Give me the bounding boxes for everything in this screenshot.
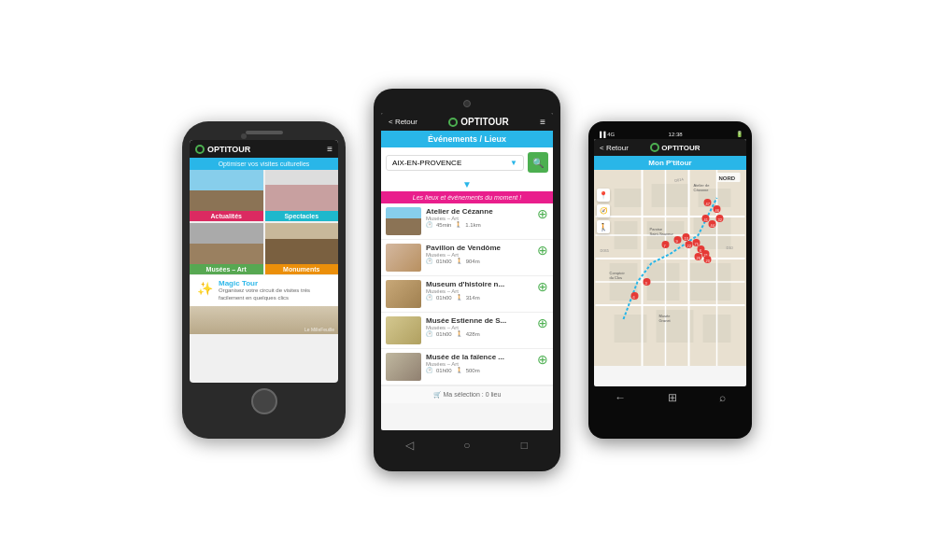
android-logo-circle-icon (448, 118, 458, 127)
thumb-vendome (386, 244, 421, 272)
walk-icon: 🚶 (455, 221, 461, 228)
thumb-faience (386, 353, 421, 381)
place-name: Atelier de Cézanne (426, 207, 532, 216)
list-info: Musée Estienne de S... Musées – Art 🕐 01… (426, 316, 532, 337)
android-home-nav[interactable]: ○ (458, 436, 476, 455)
iphone-device: OPTITOUR ≡ Optimiser vos visites culture… (182, 121, 346, 439)
win-windows-nav[interactable]: ⊞ (668, 391, 677, 404)
iphone-speaker (246, 131, 283, 134)
svg-rect-1 (615, 189, 643, 207)
android-places-list: Atelier de Cézanne Musées – Art 🕐 45min … (381, 203, 553, 385)
list-item[interactable]: Atelier de Cézanne Musées – Art 🕐 45min … (381, 203, 553, 240)
place-meta: 🕐 01h00 🚶 500m (426, 367, 532, 373)
duration: 01h00 (436, 259, 452, 264)
walk-icon: 🚶 (456, 258, 462, 264)
android-search-box[interactable]: AIX-EN-PROVENCE ▼ (386, 155, 524, 171)
android-promo-banner: Les lieux et événements du moment ! (381, 191, 553, 203)
distance: 314m (466, 295, 480, 301)
svg-text:41: 41 (704, 217, 709, 222)
svg-text:75: 75 (695, 242, 700, 246)
android-search-button[interactable]: 🔍 (528, 152, 548, 173)
android-screen: < Retour OPTITOUR ≡ Événements / Lieux A… (381, 113, 553, 430)
list-info: Museum d'histoire n... Musées – Art 🕐 01… (426, 280, 532, 301)
list-item[interactable]: Musée Estienne de S... Musées – Art 🕐 01… (381, 313, 553, 349)
android-apps-nav[interactable]: □ (515, 436, 533, 455)
svg-text:46: 46 (715, 208, 720, 213)
android-logo: OPTITOUR (448, 117, 508, 127)
win-search-nav[interactable]: ⌕ (719, 391, 726, 404)
grid-actualites[interactable]: Actualités (190, 170, 263, 221)
svg-text:10: 10 (685, 236, 689, 241)
iphone-home-button[interactable] (251, 388, 277, 414)
map-route-button[interactable]: 🧭 (597, 204, 610, 217)
clock-icon: 🕐 (426, 294, 432, 301)
list-item[interactable]: Museum d'histoire n... Musées – Art 🕐 01… (381, 276, 553, 313)
add-place-button[interactable]: ⊕ (537, 244, 548, 257)
place-name: Pavillon de Vendôme (426, 244, 532, 252)
add-place-button[interactable]: ⊕ (537, 353, 548, 366)
win-logo: OPTITOUR (650, 143, 700, 152)
place-meta: 🕐 01h00 🚶 904m (426, 258, 532, 264)
duration: 45min (436, 222, 451, 228)
add-place-button[interactable]: ⊕ (537, 207, 548, 220)
magic-tour-description: Organisez votre circuit de visites très … (219, 287, 333, 302)
win-back-nav[interactable]: ← (615, 391, 626, 404)
svg-text:NORD: NORD (719, 175, 736, 181)
android-back-nav[interactable]: ◁ (401, 436, 419, 455)
iphone-logo-text: OPTITOUR (207, 145, 250, 154)
map-controls: 📍 🧭 🚶 (597, 189, 610, 233)
android-camera (463, 100, 471, 107)
filter-arrow: ▼ (381, 177, 553, 191)
logo-circle-icon (195, 145, 205, 154)
android-back-button[interactable]: < Retour (389, 118, 417, 126)
iphone-logo: OPTITOUR (195, 145, 250, 154)
distance: 428m (466, 331, 480, 337)
magic-tour-section[interactable]: ✨ Magic Tour Organisez votre circuit de … (190, 274, 338, 306)
android-footer-text: 🛒 Ma sélection : 0 lieu (433, 391, 502, 398)
thumb-histoire (386, 280, 421, 308)
win-status-bar: ▐▐ 4G 12:38 🔋 (594, 129, 746, 139)
iphone-header: OPTITOUR ≡ (190, 140, 338, 158)
list-item[interactable]: Pavillon de Vendôme Musées – Art 🕐 01h00… (381, 240, 553, 276)
place-name: Musée de la faïence ... (426, 353, 532, 361)
android-dropdown-icon: ▼ (510, 159, 517, 167)
duration: 01h00 (436, 295, 452, 301)
grid-spectacles-label: Spectacles (265, 211, 339, 221)
clock-icon: 🕐 (426, 221, 432, 228)
thumb-cezanne (386, 207, 421, 235)
map-location-button[interactable]: 📍 (597, 189, 610, 202)
svg-text:Saint-Sauveur: Saint-Sauveur (650, 231, 674, 236)
iphone-camera (241, 133, 247, 139)
win-logo-text: OPTITOUR (661, 144, 700, 152)
svg-text:Cézanne: Cézanne (694, 188, 710, 192)
svg-text:Granet: Granet (659, 318, 672, 323)
win-map[interactable]: 📍 🧭 🚶 (594, 170, 746, 366)
magic-tour-title: Magic Tour (219, 279, 333, 287)
hamburger-icon[interactable]: ≡ (327, 144, 333, 154)
place-name: Museum d'histoire n... (426, 280, 532, 288)
grid-musees-label: Musées – Art (190, 264, 263, 274)
android-search-row: AIX-EN-PROVENCE ▼ 🔍 (381, 147, 553, 177)
iphone-banner-text: Optimiser vos visites culturelles (219, 161, 310, 167)
win-battery-icon: 🔋 (736, 131, 743, 137)
map-walk-button[interactable]: 🚶 (597, 220, 610, 233)
place-meta: 🕐 45min 🚶 1.1km (426, 221, 532, 228)
win-logo-circle-icon (650, 143, 659, 152)
clock-icon: 🕐 (426, 258, 432, 264)
filter-down-icon: ▼ (462, 179, 472, 189)
svg-text:X: X (700, 248, 702, 253)
phones-container: OPTITOUR ≡ Optimiser vos visites culture… (0, 0, 934, 560)
add-place-button[interactable]: ⊕ (537, 316, 548, 329)
place-name: Musée Estienne de S... (426, 316, 532, 325)
add-place-button[interactable]: ⊕ (537, 280, 548, 293)
list-item[interactable]: Musée de la faïence ... Musées – Art 🕐 0… (381, 349, 553, 385)
android-menu-icon[interactable]: ≡ (540, 117, 545, 127)
win-back-button[interactable]: < Retour (600, 144, 629, 152)
iphone-grid: Actualités Spectacles Musées – Art Monum… (190, 170, 338, 274)
grid-musees[interactable]: Musées – Art (190, 223, 263, 274)
iphone-banner: Optimiser vos visites culturelles (190, 158, 338, 170)
win-screen: < Retour OPTITOUR Mon P'titour 📍 🧭 🚶 (594, 139, 746, 386)
iphone-screen: OPTITOUR ≡ Optimiser vos visites culture… (190, 140, 338, 383)
grid-monuments[interactable]: Monuments (265, 223, 339, 274)
grid-spectacles[interactable]: Spectacles (265, 170, 339, 221)
